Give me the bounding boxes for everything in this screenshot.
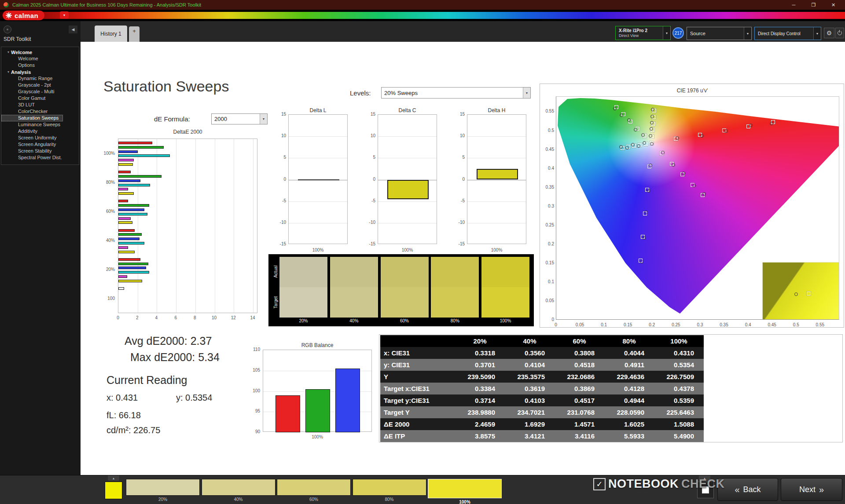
calman-star-icon xyxy=(6,12,12,18)
deltae-bar-blue xyxy=(118,150,138,153)
reading-count-badge[interactable]: 217 xyxy=(672,27,684,39)
logo-menu-dropdown[interactable]: ▼ xyxy=(60,11,69,19)
calman-logo-button[interactable]: calman xyxy=(3,11,44,20)
table-cell: 5.4900 xyxy=(654,430,704,442)
saturation-swatch-100[interactable]: 100% xyxy=(428,479,502,504)
cie-y-tick: 0.4 xyxy=(542,166,554,171)
display-control-dropdown[interactable]: Direct Display Control ▼ xyxy=(754,27,821,40)
minimize-button[interactable]: ─ xyxy=(784,0,804,10)
sidebar-item-grayscale-multi[interactable]: Grayscale - Multi xyxy=(1,88,79,95)
sidebar-item-luminance-sweeps[interactable]: Luminance Sweeps xyxy=(1,121,79,128)
swatch-label: 80% xyxy=(431,318,479,323)
sidebar-item-colorchecker[interactable]: ColorChecker xyxy=(1,108,79,115)
reading-y: y: 0.5354 xyxy=(176,393,212,403)
table-header-cell xyxy=(380,335,455,347)
layout-toggle-button[interactable] xyxy=(697,482,714,498)
app-icon xyxy=(4,2,9,7)
sidebar-section-analysis[interactable]: ▾Analysis xyxy=(1,69,79,75)
levels-dropdown[interactable]: 20% Sweeps ▼ xyxy=(381,87,531,99)
saturation-swatch-40[interactable]: 40% xyxy=(202,479,276,502)
cie-target-point xyxy=(807,292,811,296)
swatch-label: 80% xyxy=(353,497,426,502)
close-button[interactable]: ✕ xyxy=(823,0,843,10)
deltae-x-tick: 14 xyxy=(250,315,255,320)
sidebar-item-options[interactable]: Options xyxy=(1,62,79,69)
collapse-tab-right[interactable]: ▲ xyxy=(699,475,710,481)
gridline xyxy=(467,223,526,223)
actual-swatch xyxy=(381,257,429,287)
delta-c-title: Delta C xyxy=(378,107,437,113)
sidebar-item-screen-uniformity[interactable]: Screen Uniformity xyxy=(1,135,79,141)
table-row-label: ΔE ITP xyxy=(380,430,455,442)
sidebar-item-welcome[interactable]: Welcome xyxy=(1,55,79,62)
sidebar-home-button[interactable] xyxy=(4,26,11,33)
swatch-color xyxy=(202,479,276,496)
deltae-bar-yellow xyxy=(118,163,133,166)
cie-measured-point xyxy=(643,141,646,145)
sidebar-item-grayscale-2pt[interactable]: Grayscale - 2pt xyxy=(1,82,79,88)
power-button[interactable] xyxy=(835,28,844,38)
rgb-balance-title: RGB Balance xyxy=(263,342,372,348)
deltae-x-tick: 8 xyxy=(194,315,196,320)
cie-measured-point xyxy=(650,142,654,146)
sidebar-section-welcome[interactable]: ▾Welcome xyxy=(1,49,79,55)
de-formula-dropdown[interactable]: 2000 ▼ xyxy=(211,113,268,124)
deltae-bar-cyan xyxy=(118,184,150,186)
x-label: 100% xyxy=(288,248,348,252)
logo-text: calman xyxy=(15,12,38,19)
table-cell: 1.4571 xyxy=(555,418,604,430)
gridline xyxy=(289,158,347,158)
saturation-swatch-60[interactable]: 60% xyxy=(277,479,351,502)
deltae-bar-magenta xyxy=(118,275,127,278)
cie-y-tick: 0.15 xyxy=(542,260,554,265)
source-dropdown[interactable]: Source ▼ xyxy=(687,27,752,40)
table-cell: 1.5088 xyxy=(654,418,704,430)
deltae-x-tick: 12 xyxy=(231,315,236,320)
sidebar-collapse-button[interactable]: ◀ xyxy=(69,26,77,33)
collapse-tab-left[interactable]: ▲ xyxy=(108,475,119,481)
delta-lch-charts: Delta L151050-5-10-15100%Delta C151050-5… xyxy=(268,107,537,257)
y-tick: 10 xyxy=(361,133,375,138)
actual-label: Actual xyxy=(273,259,278,285)
table-cell: 0.3869 xyxy=(555,383,604,394)
table-cell: 226.7509 xyxy=(654,371,704,383)
table-cell: 234.7021 xyxy=(505,406,555,418)
rainbow-gradient xyxy=(0,12,845,19)
add-tab-button[interactable]: + xyxy=(129,26,140,42)
table-cell: 0.3560 xyxy=(505,347,555,359)
tab-history-1[interactable]: History 1 xyxy=(95,26,127,42)
y-tick: -15 xyxy=(272,241,286,246)
next-button[interactable]: Next » xyxy=(781,478,842,501)
chevron-right-icon: » xyxy=(819,485,824,495)
sidebar-item-screen-angularity[interactable]: Screen Angularity xyxy=(1,141,79,148)
deltae-bar-magenta xyxy=(118,217,131,220)
table-cell: 0.3808 xyxy=(555,347,604,359)
gridline xyxy=(234,139,234,313)
y-tick: -5 xyxy=(361,198,375,203)
sidebar-item-3d-lut[interactable]: 3D LUT xyxy=(1,102,79,108)
sidebar-item-color-gamut[interactable]: Color Gamut xyxy=(1,95,79,102)
cie-measured-point xyxy=(649,134,652,138)
table-cell: 0.4517 xyxy=(555,394,604,406)
maximize-button[interactable]: ❐ xyxy=(804,0,823,10)
cie-x-tick: 0.3 xyxy=(697,322,703,327)
settings-gear-button[interactable]: ⚙ xyxy=(824,28,834,38)
sidebar-item-screen-stability[interactable]: Screen Stability xyxy=(1,148,79,154)
cie-x-tick: 0.45 xyxy=(768,322,776,327)
gridline xyxy=(176,139,176,313)
sidebar-item-additivity[interactable]: Additivity xyxy=(1,128,79,135)
sidebar-item-spectral-power-dist[interactable]: Spectral Power Dist. xyxy=(1,154,79,161)
measurement-table: 20%40%60%80%100%x: CIE310.33180.35600.38… xyxy=(380,335,704,442)
meter-dropdown[interactable]: X-Rite i1Pro 2 Direct View ▼ xyxy=(615,26,671,40)
sidebar-item-dynamic-range[interactable]: Dynamic Range xyxy=(1,75,79,82)
y-tick: 5 xyxy=(272,155,286,160)
power-icon xyxy=(838,31,842,35)
target-swatch xyxy=(481,287,529,318)
table-row: x: CIE310.33180.35600.38080.40440.4310 xyxy=(380,347,704,359)
saturation-swatch-80[interactable]: 80% xyxy=(353,479,426,502)
swatch-color xyxy=(428,479,502,498)
saturation-swatch-20[interactable]: 20% xyxy=(126,479,200,502)
target-swatch xyxy=(330,287,378,318)
back-button[interactable]: « Back xyxy=(717,478,778,501)
sidebar-item-saturation-sweeps[interactable]: Saturation Sweeps xyxy=(1,115,63,121)
